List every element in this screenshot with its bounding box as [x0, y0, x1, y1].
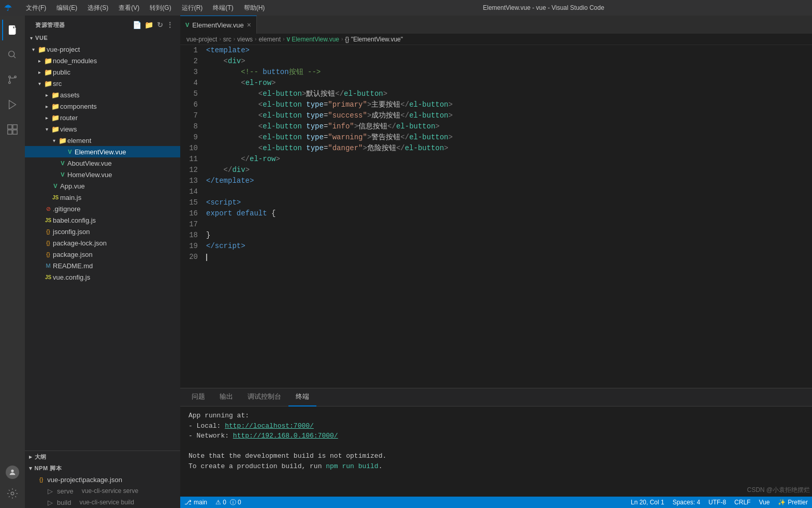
status-formatter[interactable]: ✨ Prettier: [774, 499, 812, 506]
refresh-icon[interactable]: ↻: [157, 21, 164, 29]
tree-item-assets[interactable]: ▸ 📁 assets: [25, 89, 180, 100]
tree-item-mainjs[interactable]: JS main.js: [25, 192, 180, 203]
line-content[interactable]: </el-row>: [206, 154, 812, 165]
svg-rect-6: [8, 125, 12, 129]
git-branch-icon: ⎇: [184, 499, 192, 506]
tree-item-gitignore[interactable]: ⊘ .gitignore: [25, 203, 180, 214]
tab-terminal[interactable]: 终端: [288, 388, 316, 407]
collapse-all-icon[interactable]: ⋮: [166, 21, 174, 29]
line-content[interactable]: [206, 252, 812, 263]
terminal-network-link[interactable]: http://192.168.0.106:7000/: [233, 432, 338, 440]
breadcrumb-part[interactable]: views: [237, 36, 253, 43]
line-content[interactable]: <el-button type="danger">危险按钮</el-button…: [206, 143, 812, 154]
menu-view[interactable]: 查看(V): [114, 3, 143, 13]
line-content[interactable]: <template>: [206, 45, 812, 56]
tree-item-views[interactable]: ▾ 📁 views: [25, 123, 180, 135]
tree-item-packagelock[interactable]: {} package-lock.json: [25, 237, 180, 249]
tree-item-src[interactable]: ▾ 📁 src: [25, 78, 180, 89]
menu-goto[interactable]: 转到(G): [146, 3, 175, 13]
breadcrumb-part[interactable]: src: [223, 36, 231, 43]
line-content[interactable]: <el-row>: [206, 78, 812, 89]
new-folder-icon[interactable]: 📁: [144, 21, 154, 29]
line-content[interactable]: <el-button type="warning">警告按钮</el-butto…: [206, 132, 812, 143]
code-line-11: 11 </el-row>: [180, 154, 812, 165]
breadcrumb-symbol[interactable]: {} "ElementView.vue": [345, 36, 403, 43]
line-content[interactable]: <el-button>默认按钮</el-button>: [206, 89, 812, 99]
npm-serve-item[interactable]: ▷ serve vue-cli-service serve: [25, 485, 180, 497]
activity-explorer[interactable]: [2, 20, 23, 40]
status-position[interactable]: Ln 20, Col 1: [627, 499, 669, 506]
run-icon: ▷: [48, 499, 53, 506]
tab-debug-console[interactable]: 调试控制台: [240, 388, 288, 407]
new-file-icon[interactable]: 📄: [133, 21, 142, 29]
activity-search[interactable]: [2, 45, 23, 65]
status-branch[interactable]: ⎇ main: [180, 497, 211, 508]
tab-elementview[interactable]: V ElementView.vue ×: [180, 16, 257, 34]
npm-build-item[interactable]: ▷ build vue-cli-service build: [25, 497, 180, 508]
tab-close-button[interactable]: ×: [247, 21, 251, 28]
tree-item-homeview[interactable]: V HomeView.vue: [25, 169, 180, 180]
activity-settings[interactable]: [2, 483, 23, 504]
activity-debug[interactable]: [2, 94, 23, 115]
line-content[interactable]: }: [206, 230, 812, 241]
vue-file-icon: V: [65, 149, 75, 155]
tree-item-readme[interactable]: M README.md: [25, 260, 180, 271]
tree-item-jsconfig[interactable]: {} jsconfig.json: [25, 226, 180, 237]
line-number: 19: [180, 241, 206, 252]
line-content[interactable]: export default {: [206, 208, 812, 219]
line-content[interactable]: </script>: [206, 241, 812, 252]
tab-output[interactable]: 输出: [212, 388, 240, 407]
menu-terminal[interactable]: 终端(T): [209, 3, 237, 13]
line-content[interactable]: <script>: [206, 197, 812, 208]
terminal-content[interactable]: App running at: - Local: http://localhos…: [180, 407, 812, 497]
tree-item-elementview[interactable]: V ElementView.vue: [25, 146, 180, 157]
line-content[interactable]: <el-button type="success">成功按钮</el-butto…: [206, 110, 812, 121]
tree-item-package[interactable]: {} package.json: [25, 249, 180, 260]
activity-extensions[interactable]: [2, 119, 23, 140]
tree-item-node-modules[interactable]: ▸ 📁 node_modules: [25, 55, 180, 66]
tree-root-vue[interactable]: ▾ VUE: [25, 32, 180, 43]
breadcrumb-sep: ›: [255, 36, 256, 42]
npm-section[interactable]: ▾ NPM 脚本: [25, 462, 180, 474]
status-encoding[interactable]: UTF-8: [704, 499, 730, 506]
status-language[interactable]: Vue: [755, 499, 774, 506]
menu-file[interactable]: 文件(F): [22, 3, 50, 13]
code-editor[interactable]: 1 <template> 2 <div> 3 <!-- button按钮 -->…: [180, 45, 812, 388]
outline-section[interactable]: ▸ 大纲: [25, 451, 180, 462]
sidebar-header-actions[interactable]: 📄 📁 ↻ ⋮: [133, 21, 174, 29]
menu-run[interactable]: 运行(R): [178, 3, 207, 13]
breadcrumb-part[interactable]: vue-project: [186, 36, 217, 43]
npm-project-item[interactable]: {} vue-project\package.json: [25, 474, 180, 485]
terminal-npm-run-build[interactable]: npm run build: [326, 462, 378, 470]
status-spaces[interactable]: Spaces: 4: [669, 499, 704, 506]
tree-item-babelconfig[interactable]: JS babel.config.js: [25, 214, 180, 226]
tree-item-vueconfig[interactable]: JS vue.config.js: [25, 271, 180, 283]
breadcrumb-part[interactable]: element: [258, 36, 281, 43]
menu-select[interactable]: 选择(S): [83, 3, 112, 13]
menu-bar[interactable]: 文件(F) 编辑(E) 选择(S) 查看(V) 转到(G) 运行(R) 终端(T…: [22, 3, 269, 13]
menu-help[interactable]: 帮助(H): [240, 3, 269, 13]
line-content[interactable]: <div>: [206, 56, 812, 67]
status-errors[interactable]: ⚠ 0 ⓘ 0: [211, 497, 245, 508]
status-eol[interactable]: CRLF: [730, 499, 755, 506]
line-content[interactable]: </div>: [206, 165, 812, 176]
tree-item-public[interactable]: ▸ 📁 public: [25, 66, 180, 78]
tree-item-components[interactable]: ▸ 📁 components: [25, 100, 180, 112]
tab-problems[interactable]: 问题: [184, 388, 212, 407]
tree-item-vue-project[interactable]: ▾ 📁 vue-project: [25, 43, 180, 55]
tree-item-aboutview[interactable]: V AboutView.vue: [25, 157, 180, 169]
line-content[interactable]: <el-button type="primary">主要按钮</el-butto…: [206, 99, 812, 110]
tree-item-appvue[interactable]: V App.vue: [25, 180, 180, 192]
breadcrumb-file[interactable]: VElementView.vue: [286, 36, 339, 43]
tree-item-element[interactable]: ▾ 📁 element: [25, 135, 180, 146]
npm-script-cmd: vue-cli-service serve: [82, 487, 138, 495]
line-content[interactable]: </template>: [206, 176, 812, 186]
activity-git[interactable]: [2, 69, 23, 90]
menu-edit[interactable]: 编辑(E): [52, 3, 81, 13]
line-number: 2: [180, 56, 206, 67]
terminal-local-link[interactable]: http://localhost:7000/: [225, 422, 314, 430]
line-content[interactable]: <el-button type="info">信息按钮</el-button>: [206, 121, 812, 132]
user-avatar[interactable]: [6, 466, 19, 479]
tree-item-router[interactable]: ▸ 📁 router: [25, 112, 180, 123]
line-content[interactable]: <!-- button按钮 -->: [206, 67, 812, 78]
